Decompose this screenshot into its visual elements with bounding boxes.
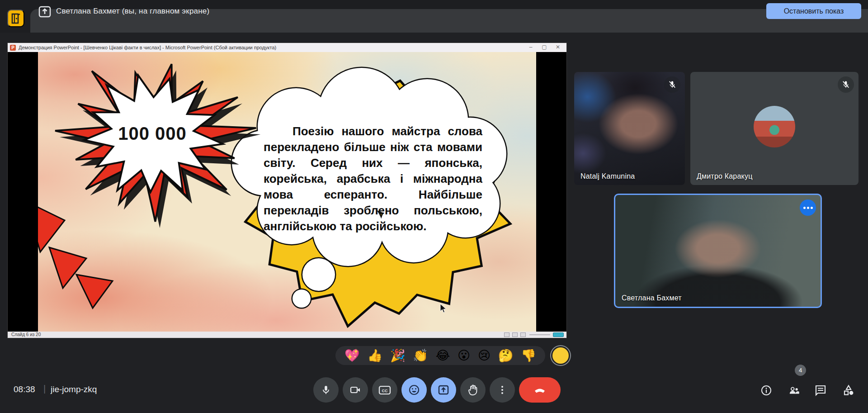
slide-counter: Слайд 6 из 20 [11,332,41,337]
meeting-controls-bar: 08:38 | jie-jomp-zkq CC [0,371,868,413]
participants-button[interactable] [788,385,800,396]
normal-view-button[interactable] [504,332,509,337]
screen-share-icon [38,5,52,18]
presenter-banner-text: Светлана Бахмет (вы, на главном экране) [56,7,209,16]
skin-tone-selector-button[interactable] [552,347,569,364]
reaction-clap-button[interactable]: 👏 [413,350,428,362]
participant-name: Светлана Бахмет [622,294,682,302]
zoom-slider[interactable] [529,334,550,335]
microphone-button[interactable] [313,377,339,403]
chat-icon [815,385,826,396]
close-button[interactable]: ✕ [551,43,565,52]
raise-hand-icon [467,384,478,396]
mic-icon [321,385,331,395]
reactions-button[interactable] [401,377,427,403]
top-header: Светлана Бахмет (вы, на главном экране) … [0,0,868,33]
participant-tile-natalj[interactable]: Natalj Kamunina [574,72,685,185]
reaction-thinking-button[interactable]: 🤔 [498,350,514,362]
reaction-thumbs-down-button[interactable]: 👎 [521,350,536,362]
reaction-joy-button[interactable]: 😂 [436,350,450,362]
slide-sorter-view-button[interactable] [512,332,518,337]
powerpoint-window-title: Демонстрация PowerPoint - [Шевченко Ціка… [19,45,276,50]
slide-body-text: Поезію нашого майстра слова перекладено … [264,123,482,234]
reactions-bar: 💖 👍 🎉 👏 😂 😮 😢 🤔 👎 [335,346,545,365]
info-icon [761,385,772,396]
stop-presenting-button[interactable]: Остановить показ [766,3,861,19]
powerpoint-window: P Демонстрация PowerPoint - [Шевченко Ці… [8,43,566,338]
participant-tile-svetlana[interactable]: Светлана Бахмет [614,194,822,308]
minimize-button[interactable]: – [524,43,538,52]
meeting-details-button[interactable] [760,385,772,396]
raise-hand-button[interactable] [460,377,486,403]
more-vert-icon [497,385,508,395]
slideshow-view-button[interactable] [520,332,526,337]
end-call-icon [533,385,547,395]
smiley-icon [408,384,420,396]
more-options-icon [803,207,806,209]
reaction-cry-button[interactable]: 😢 [478,350,491,362]
mic-off-icon [668,80,677,89]
powerpoint-statusbar: Слайд 6 из 20 [8,332,566,338]
participant-count-badge: 4 [795,365,806,376]
participant-name: Natalj Kamunina [580,172,635,180]
camera-button[interactable] [343,377,368,403]
participant-tile-dmytro[interactable]: Дмитро Каракуц [690,72,859,185]
captions-button[interactable]: CC [372,377,397,403]
tile-more-options-button[interactable] [800,199,816,216]
maximize-button[interactable]: ▢ [538,43,551,52]
meeting-code: jie-jomp-zkq [51,385,97,394]
fit-to-window-button[interactable] [553,332,564,337]
muted-indicator [664,76,680,93]
presentation-slide: 100 000 Поезію нашого майстра слова пере… [8,52,566,332]
avatar [754,106,795,147]
mouse-cursor-icon [440,304,447,313]
door-icon [10,13,21,24]
mic-off-icon [841,80,850,89]
activities-button[interactable] [843,385,854,396]
clock: 08:38 [14,385,35,394]
activities-icon [843,385,854,396]
participant-name: Дмитро Каракуц [697,172,753,180]
chat-button[interactable] [815,385,826,396]
app-button[interactable] [7,9,24,27]
end-call-button[interactable] [519,377,561,403]
present-screen-icon [438,384,449,396]
powerpoint-app-icon: P [10,45,16,51]
more-options-button[interactable] [490,377,515,403]
reaction-heart-button[interactable]: 💖 [344,350,360,362]
present-screen-button[interactable] [431,377,456,403]
powerpoint-titlebar[interactable]: P Демонстрация PowerPoint - [Шевченко Ці… [8,43,566,52]
people-icon [788,385,800,396]
reaction-surprised-button[interactable]: 😮 [458,350,470,362]
svg-text:CC: CC [382,389,388,393]
camera-icon [349,384,361,396]
slide-burst-number: 100 000 [85,121,220,146]
reaction-thumbs-up-button[interactable]: 👍 [367,350,382,362]
muted-indicator [838,76,854,93]
divider: | [43,384,46,394]
captions-icon: CC [378,385,391,395]
reaction-party-button[interactable]: 🎉 [390,350,406,362]
